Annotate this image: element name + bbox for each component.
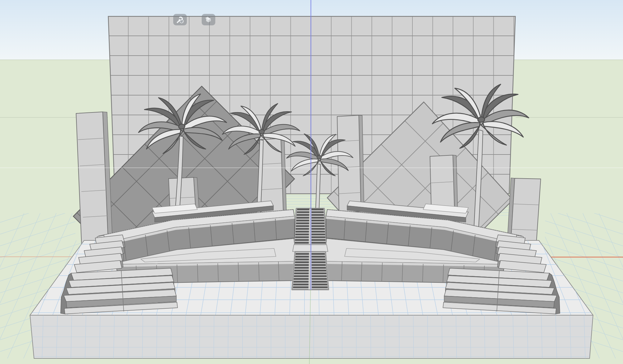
- ramp-upper-segment: [294, 208, 327, 245]
- pillar-1: [76, 112, 113, 247]
- ramp-lower-segment: [292, 252, 329, 290]
- viewport-canvas[interactable]: [0, 0, 623, 364]
- box-icon: [204, 16, 213, 24]
- component-box-button[interactable]: [202, 14, 215, 25]
- ramp-mid-landing: [293, 245, 328, 252]
- lower-steps-left: [61, 268, 178, 314]
- style-tools-button[interactable]: [173, 14, 187, 25]
- scene-3d-render: [0, 0, 623, 364]
- lower-steps-right: [443, 268, 560, 314]
- wrench-clock-icon: [176, 15, 184, 24]
